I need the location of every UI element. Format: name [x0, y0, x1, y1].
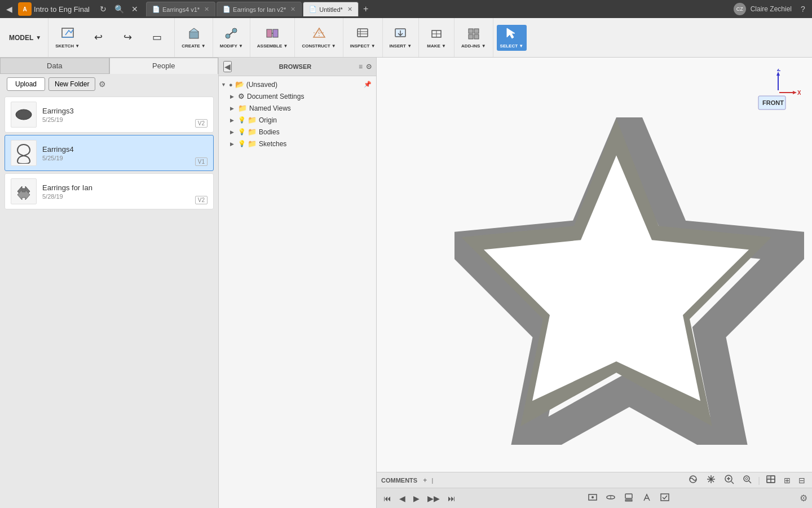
tree-folder-named-views: 📁	[238, 104, 247, 112]
timeline-last-button[interactable]: ⏭	[445, 493, 458, 504]
svg-text:FRONT: FRONT	[762, 99, 784, 106]
toolbar-insert-group: INSERT ▼	[383, 18, 419, 57]
inspect-button[interactable]: INSPECT ▼	[347, 25, 379, 51]
close-button[interactable]: ✕	[128, 2, 142, 16]
display-mode-button[interactable]	[764, 474, 778, 487]
svg-rect-2	[189, 32, 198, 38]
select-label: SELECT ▼	[500, 43, 524, 49]
file-item-earrings-ian[interactable]: Earrings for Ian 5/28/19 V2	[5, 173, 214, 209]
create-button[interactable]: CREATE ▼	[178, 25, 209, 51]
tab-untitled[interactable]: 📄 Untitled* ✕	[303, 2, 359, 16]
timeline-settings-button[interactable]: ⚙	[800, 493, 807, 503]
timeline-icon-3[interactable]	[621, 492, 636, 505]
svg-rect-42	[771, 479, 775, 483]
insert-button[interactable]: INSERT ▼	[386, 25, 415, 51]
timeline-first-button[interactable]: ⏮	[381, 493, 394, 504]
grid-button[interactable]: ⊞	[782, 475, 793, 486]
zoom-button[interactable]	[722, 473, 736, 487]
tree-arrow-doc-settings: ▶	[230, 94, 238, 99]
toolbar-make-group: MAKE ▼	[419, 18, 454, 57]
refresh-button[interactable]: ↻	[96, 2, 110, 16]
tree-item-named-views[interactable]: ▶ 📁 Named Views	[219, 102, 376, 114]
toolbar-inspect-group: INSPECT ▼	[343, 18, 383, 57]
data-tab[interactable]: Data	[0, 58, 109, 74]
tree-item-doc-settings[interactable]: ▶ ⚙ Document Settings	[219, 90, 376, 102]
orbit-button[interactable]	[686, 474, 700, 487]
browser-more-icon[interactable]: ⊙	[366, 63, 372, 71]
addins-button[interactable]: ADD-INS ▼	[458, 25, 489, 51]
tree-item-origin[interactable]: ▶ 💡 📁 Origin	[219, 114, 376, 126]
tree-item-unsaved[interactable]: ▼ ● 📂 (Unsaved) 📌	[219, 78, 376, 90]
light-icon-sketches: 💡	[238, 140, 246, 147]
timeline-prev-button[interactable]: ◀	[397, 493, 408, 504]
modify-button[interactable]: MODIFY ▼	[217, 25, 246, 51]
back-button[interactable]: ◀	[2, 2, 16, 16]
grid-options-button[interactable]: ⊟	[796, 475, 807, 486]
svg-rect-17	[469, 34, 473, 39]
tree-arrow-sketches: ▶	[230, 141, 238, 147]
svg-marker-26	[793, 91, 797, 94]
toolbar-model-group: MODEL ▼	[2, 18, 48, 57]
browser-title: BROWSER	[279, 63, 311, 70]
new-folder-button[interactable]: New Folder	[48, 77, 95, 91]
undo-button[interactable]: ↩	[84, 29, 112, 47]
svg-rect-15	[469, 29, 473, 33]
timeline-icons	[585, 492, 672, 505]
people-tab[interactable]: People	[109, 58, 219, 74]
upload-button[interactable]: Upload	[7, 77, 45, 91]
svg-rect-0	[62, 28, 73, 37]
svg-line-36	[749, 481, 751, 483]
rectangle-button[interactable]: ▭	[143, 29, 171, 47]
browser-collapse-button[interactable]: ◀	[223, 61, 232, 72]
tab-earrings4[interactable]: 📄 Earrings4 v1* ✕	[146, 2, 215, 16]
zoom-fit-button[interactable]	[740, 473, 754, 487]
tab-earrings-ian-close[interactable]: ✕	[290, 6, 295, 13]
canvas-container[interactable]: Z X FRONT	[377, 58, 812, 472]
model-button[interactable]: MODEL ▼	[6, 32, 45, 44]
browser-header: ◀ BROWSER ≡ ⊙	[219, 58, 376, 76]
search-button[interactable]: 🔍	[112, 2, 126, 16]
timeline-icon-2[interactable]	[603, 492, 618, 505]
browser-header-icons: ≡ ⊙	[359, 63, 372, 71]
svg-rect-6	[273, 29, 278, 37]
toolbar-assemble-group: ASSEMBLE ▼	[250, 18, 295, 57]
toolbar-modify-group: MODIFY ▼	[213, 18, 250, 57]
timeline-icon-1[interactable]	[585, 492, 600, 505]
timeline-icon-4[interactable]	[639, 492, 654, 505]
construct-button[interactable]: CONSTRUCT ▼	[298, 25, 339, 51]
tab-earrings4-close[interactable]: ✕	[204, 6, 209, 13]
make-label: MAKE ▼	[427, 43, 446, 49]
undo-icon: ↩	[94, 31, 103, 43]
file-info-earrings3: Earrings3 5/25/19	[42, 107, 195, 123]
tree-arrow-unsaved: ▼	[221, 82, 229, 87]
view-cube[interactable]: Z X FRONT	[756, 69, 801, 114]
make-button[interactable]: MAKE ▼	[422, 25, 451, 51]
create-label: CREATE ▼	[182, 43, 205, 49]
assemble-button[interactable]: ASSEMBLE ▼	[254, 25, 292, 51]
timeline-next-button[interactable]: ▶▶	[425, 493, 442, 504]
panel-settings-button[interactable]: ⚙	[99, 80, 106, 89]
new-tab-button[interactable]: +	[360, 3, 372, 15]
timeline-play-button[interactable]: ▶	[411, 493, 422, 504]
tab-earrings-ian[interactable]: 📄 Earrings for Ian v2* ✕	[217, 2, 302, 16]
tree-pin-unsaved: 📌	[364, 81, 372, 88]
bottom-bar: COMMENTS + |	[377, 472, 812, 488]
timeline-icon-5[interactable]	[657, 492, 672, 505]
construct-icon	[312, 27, 326, 42]
svg-rect-40	[771, 476, 775, 479]
tree-item-bodies[interactable]: ▶ 💡 📁 Bodies	[219, 126, 376, 138]
tree-item-sketches[interactable]: ▶ 💡 📁 Sketches	[219, 138, 376, 150]
tab-untitled-close[interactable]: ✕	[347, 6, 352, 13]
sketch-button[interactable]: SKETCH ▼	[52, 25, 83, 51]
comments-add-button[interactable]: +	[421, 475, 429, 485]
file-item-earrings3[interactable]: Earrings3 5/25/19 V2	[5, 97, 214, 133]
file-version-earrings4: V1	[195, 157, 208, 166]
file-item-earrings4[interactable]: Earrings4 5/25/19 V1	[5, 135, 214, 171]
help-button[interactable]: ?	[796, 2, 810, 16]
select-button[interactable]: SELECT ▼	[497, 25, 527, 51]
browser-filter-icon[interactable]: ≡	[359, 63, 363, 71]
pan-button[interactable]	[704, 473, 718, 487]
redo-button[interactable]: ↪	[113, 29, 142, 47]
tab-earrings4-icon: 📄	[152, 6, 160, 13]
addins-label: ADD-INS ▼	[461, 43, 486, 49]
